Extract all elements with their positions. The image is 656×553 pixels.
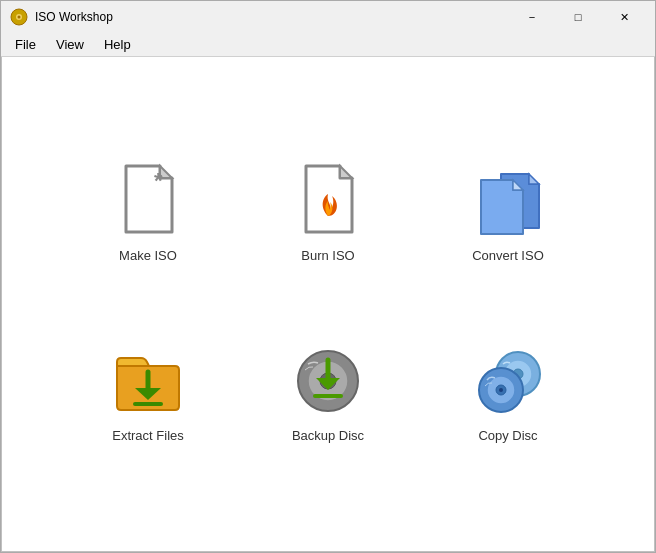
maximize-button[interactable]: □ <box>555 1 601 33</box>
backup-disc-icon <box>293 346 363 416</box>
make-iso-label: Make ISO <box>119 248 177 263</box>
svg-text:*: * <box>154 168 163 193</box>
backup-disc-button[interactable]: Backup Disc <box>248 314 408 474</box>
svg-marker-9 <box>529 174 539 184</box>
window-controls: − □ ✕ <box>509 1 647 33</box>
menu-view[interactable]: View <box>46 35 94 54</box>
menu-bar: File View Help <box>1 33 655 57</box>
window-title: ISO Workshop <box>35 10 509 24</box>
extract-files-button[interactable]: Extract Files <box>68 314 228 474</box>
app-window: ISO Workshop − □ ✕ File View Help * <box>0 0 656 553</box>
make-iso-button[interactable]: * Make ISO <box>68 134 228 294</box>
minimize-button[interactable]: − <box>509 1 555 33</box>
burn-iso-button[interactable]: Burn ISO <box>248 134 408 294</box>
convert-iso-label: Convert ISO <box>472 248 544 263</box>
menu-help[interactable]: Help <box>94 35 141 54</box>
svg-point-29 <box>499 388 503 392</box>
main-content: * Make ISO Burn ISO <box>1 57 655 552</box>
close-button[interactable]: ✕ <box>601 1 647 33</box>
app-icon <box>9 7 29 27</box>
copy-disc-button[interactable]: Copy Disc <box>428 314 588 474</box>
menu-file[interactable]: File <box>5 35 46 54</box>
copy-disc-icon <box>473 346 543 416</box>
backup-disc-label: Backup Disc <box>292 428 364 443</box>
convert-iso-button[interactable]: Convert ISO <box>428 134 588 294</box>
copy-disc-label: Copy Disc <box>478 428 537 443</box>
burn-iso-icon <box>293 166 363 236</box>
make-iso-icon: * <box>113 166 183 236</box>
action-grid: * Make ISO Burn ISO <box>68 134 588 474</box>
title-bar: ISO Workshop − □ ✕ <box>1 1 655 33</box>
svg-point-2 <box>18 16 21 19</box>
extract-files-label: Extract Files <box>112 428 184 443</box>
burn-iso-label: Burn ISO <box>301 248 354 263</box>
convert-iso-icon <box>473 166 543 236</box>
extract-files-icon <box>113 346 183 416</box>
svg-marker-7 <box>340 166 352 178</box>
